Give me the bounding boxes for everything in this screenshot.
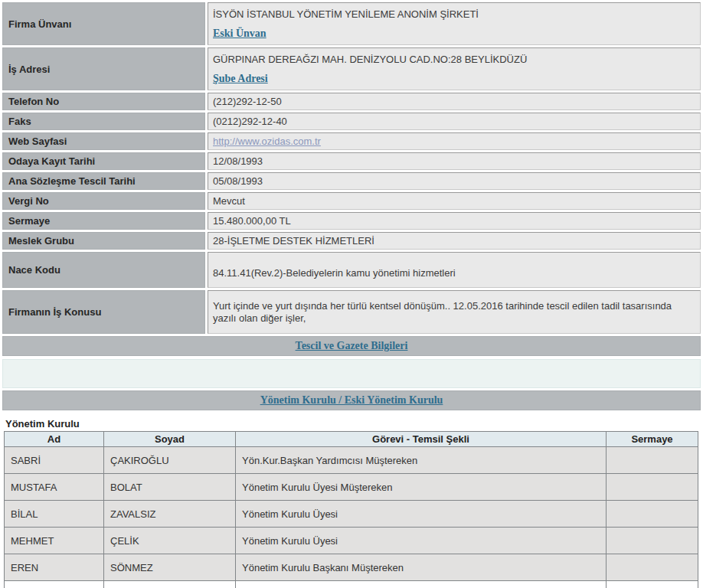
member-ad — [5, 581, 104, 588]
field-value-ana-sozlesme: 05/08/1993 — [208, 172, 701, 190]
board-row: BİLAL ZAVALSIZ Yönetim Kurulu Üyesi — [5, 501, 698, 528]
col-header-gorevi: Görevi - Temsil Şekli — [236, 432, 607, 447]
row-faks: Faks (0212)292-12-40 — [2, 113, 701, 130]
eski-unvan-link[interactable]: Eski Ünvan — [213, 28, 700, 40]
member-sermaye — [607, 501, 698, 528]
row-is-konusu: Firmanın İş Konusu Yurt içinde ve yurt d… — [2, 290, 701, 334]
col-header-ad: Ad — [5, 432, 104, 447]
field-label-faks: Faks — [2, 113, 205, 130]
tescil-gazete-link[interactable]: Tescil ve Gazete Bilgileri — [296, 340, 408, 352]
member-gorevi: Yönetim Kurulu Üyesi — [236, 528, 607, 554]
website-link[interactable]: http://www.ozidas.com.tr — [213, 136, 321, 147]
yonetim-kurulu-link[interactable]: Yönetim Kurulu / Eski Yönetim Kurulu — [260, 394, 443, 407]
yonetim-kurulu-bar: Yönetim Kurulu / Eski Yönetim Kurulu — [2, 390, 701, 410]
field-label-is-adresi: İş Adresi — [2, 47, 205, 90]
board-section-title: Yönetim Kurulu — [5, 418, 703, 430]
field-value-web-sayfasi: http://www.ozidas.com.tr — [208, 132, 701, 150]
board-row: SABRİ ÇAKIROĞLU Yön.Kur.Başkan Yardımcıs… — [5, 447, 698, 474]
member-ad: EREN — [5, 554, 104, 581]
row-is-adresi: İş Adresi GÜRPINAR DEREAĞZI MAH. DENİZYO… — [2, 47, 701, 90]
row-sermaye: Sermaye 15.480.000,00 TL — [2, 212, 701, 230]
field-label-ana-sozlesme: Ana Sözleşme Tescil Tarihi — [2, 172, 205, 190]
member-sermaye — [607, 554, 698, 581]
sube-adresi-link[interactable]: Şube Adresi — [213, 73, 700, 85]
field-label-is-konusu: Firmanın İş Konusu — [2, 290, 205, 334]
member-soyad — [104, 581, 236, 588]
row-nace-kodu: Nace Kodu 84.11.41(Rev.2)-Belediyelerin … — [2, 252, 701, 288]
row-meslek-grubu: Meslek Grubu 28-İŞLETME DESTEK HİZMETLER… — [2, 232, 701, 250]
col-header-soyad: Soyad — [104, 432, 236, 447]
row-telefon: Telefon No (212)292-12-50 — [2, 93, 701, 110]
member-sermaye — [607, 528, 698, 554]
field-value-nace-kodu: 84.11.41(Rev.2)-Belediyelerin kamu yönet… — [208, 252, 701, 288]
field-label-telefon: Telefon No — [2, 93, 205, 110]
field-label-web-sayfasi: Web Sayfasi — [2, 132, 205, 150]
field-label-sermaye: Sermaye — [2, 212, 205, 230]
field-label-firma-unvani: Firma Ünvanı — [2, 2, 205, 45]
member-soyad: ÇELİK — [104, 528, 236, 554]
member-ad: SABRİ — [5, 447, 104, 474]
member-gorevi — [236, 581, 607, 588]
board-row: MUSTAFA BOLAT Yönetim Kurulu Üyesi Müşte… — [5, 474, 698, 501]
field-value-is-adresi: GÜRPINAR DEREAĞZI MAH. DENİZYOLU CAD.NO:… — [208, 47, 701, 90]
member-gorevi: Yön.Kur.Başkan Yardımcısı Müştereken — [236, 447, 607, 474]
member-sermaye — [607, 474, 698, 501]
member-ad: MEHMET — [5, 528, 104, 554]
field-value-odaya-kayit: 12/08/1993 — [208, 152, 701, 170]
company-info-table: Firma Ünvanı İSYÖN İSTANBUL YÖNETİM YENİ… — [0, 0, 703, 336]
field-label-nace-kodu: Nace Kodu — [2, 252, 205, 288]
business-scope-text: Yurt içinde ve yurt dışında her türlü ke… — [213, 300, 680, 325]
board-row: EREN SÖNMEZ Yönetim Kurulu Başkanı Müşte… — [5, 554, 698, 581]
company-title-text: İSYÖN İSTANBUL YÖNETİM YENİLEME ANONİM Ş… — [213, 8, 700, 20]
field-label-odaya-kayit: Odaya Kayıt Tarihi — [2, 152, 205, 170]
field-value-firma-unvani: İSYÖN İSTANBUL YÖNETİM YENİLEME ANONİM Ş… — [208, 2, 701, 45]
empty-band — [2, 359, 701, 388]
member-sermaye — [607, 581, 698, 588]
field-value-faks: (0212)292-12-40 — [208, 113, 701, 130]
board-row: MEHMET ÇELİK Yönetim Kurulu Üyesi — [5, 528, 698, 554]
field-label-vergi-no: Vergi No — [2, 192, 205, 210]
member-ad: BİLAL — [5, 501, 104, 528]
member-gorevi: Yönetim Kurulu Üyesi — [236, 501, 607, 528]
field-value-vergi-no: Mevcut — [208, 192, 701, 210]
tescil-gazete-bar: Tescil ve Gazete Bilgileri — [2, 336, 701, 356]
field-value-is-konusu: Yurt içinde ve yurt dışında her türlü ke… — [208, 290, 701, 334]
field-value-telefon: (212)292-12-50 — [208, 93, 701, 110]
field-value-sermaye: 15.480.000,00 TL — [208, 212, 701, 230]
field-value-meslek-grubu: 28-İŞLETME DESTEK HİZMETLERİ — [208, 232, 701, 250]
board-row-clipped — [5, 581, 698, 588]
row-vergi-no: Vergi No Mevcut — [2, 192, 701, 210]
col-header-sermaye: Sermaye — [607, 432, 698, 447]
member-sermaye — [607, 447, 698, 474]
board-header-row: Ad Soyad Görevi - Temsil Şekli Sermaye — [5, 432, 698, 447]
row-firma-unvani: Firma Ünvanı İSYÖN İSTANBUL YÖNETİM YENİ… — [2, 2, 701, 45]
board-members-table: Ad Soyad Görevi - Temsil Şekli Sermaye S… — [4, 431, 698, 588]
row-web-sayfasi: Web Sayfasi http://www.ozidas.com.tr — [2, 132, 701, 150]
member-gorevi: Yönetim Kurulu Üyesi Müştereken — [236, 474, 607, 501]
address-text: GÜRPINAR DEREAĞZI MAH. DENİZYOLU CAD.NO:… — [213, 54, 700, 65]
member-soyad: BOLAT — [104, 474, 236, 501]
row-ana-sozlesme: Ana Sözleşme Tescil Tarihi 05/08/1993 — [2, 172, 701, 190]
member-gorevi: Yönetim Kurulu Başkanı Müştereken — [236, 554, 607, 581]
member-soyad: ZAVALSIZ — [104, 501, 236, 528]
row-odaya-kayit: Odaya Kayıt Tarihi 12/08/1993 — [2, 152, 701, 170]
member-soyad: SÖNMEZ — [104, 554, 236, 581]
member-soyad: ÇAKIROĞLU — [104, 447, 236, 474]
member-ad: MUSTAFA — [5, 474, 104, 501]
field-label-meslek-grubu: Meslek Grubu — [2, 232, 205, 250]
